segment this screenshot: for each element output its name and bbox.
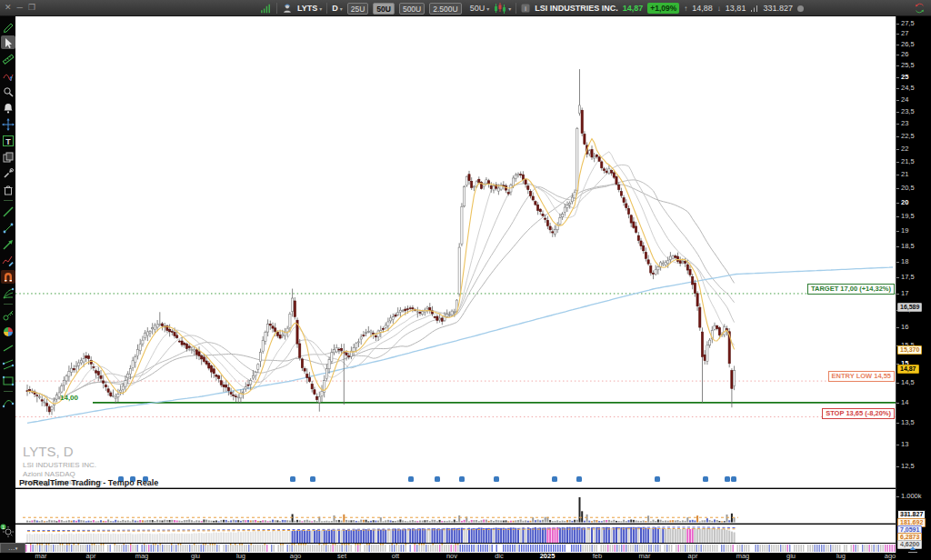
text-icon[interactable]: T: [1, 134, 15, 147]
price-tick-label: 14,5: [901, 379, 915, 386]
symbol-selector[interactable]: LYTS▾: [297, 4, 322, 13]
channel-icon[interactable]: [1, 357, 15, 371]
toolbar-separator: [276, 3, 277, 14]
price-tick-label: 12,5: [901, 463, 915, 470]
status-dot-icon: [797, 5, 804, 12]
indicators-icon[interactable]: f: [1, 68, 15, 82]
axis-tick: [896, 45, 899, 45]
news-event-icon[interactable]: [552, 476, 557, 482]
time-axis[interactable]: maraprmaggiulugagosetottnovdic2025febmar…: [0, 553, 931, 560]
month-label: feb: [593, 553, 602, 560]
month-label: mar: [35, 553, 47, 560]
news-event-icon[interactable]: [703, 476, 708, 482]
rectangle-icon[interactable]: [1, 374, 15, 387]
trash-icon[interactable]: [1, 183, 15, 196]
axis-tick: [896, 124, 899, 125]
axis-tick: [896, 262, 899, 263]
entry-level-label[interactable]: ENTRY LOW 14,55: [828, 371, 895, 382]
toolbar-separator: [516, 3, 516, 14]
axis-tick: [896, 34, 899, 35]
settings-icon[interactable]: [1, 166, 15, 180]
price-tick-label: 26: [901, 51, 908, 58]
svg-text:1: 1: [2, 525, 5, 530]
price-tick-label: 20,5: [901, 185, 915, 192]
curve-icon[interactable]: [1, 395, 15, 409]
zoom-preset-label: 50U: [470, 4, 486, 13]
news-event-icon[interactable]: [725, 476, 730, 482]
zoom-icon[interactable]: [1, 85, 15, 98]
month-label: dic: [495, 553, 504, 560]
units-button-2500u[interactable]: 2.500U: [429, 3, 461, 15]
volume-bars-icon[interactable]: [260, 3, 272, 15]
session-volume: 331.827: [763, 4, 793, 13]
day-high: 14,88: [692, 4, 713, 13]
axis-tick: [896, 496, 899, 497]
timeframe-label: D: [332, 4, 338, 13]
news-event-icon[interactable]: [408, 476, 414, 482]
panel-divider[interactable]: [15, 523, 896, 524]
units-button-25u[interactable]: 25U: [347, 3, 369, 15]
price-tick-label: 17: [901, 290, 908, 297]
chart-style-selector[interactable]: ▾: [494, 3, 511, 14]
fan-icon[interactable]: [1, 286, 15, 300]
ruler-icon[interactable]: [1, 52, 15, 65]
news-event-icon[interactable]: [435, 476, 440, 482]
price-tick-label: 26,5: [901, 41, 915, 48]
axis-tick: [896, 203, 899, 204]
close-icon[interactable]: ✕: [5, 2, 12, 14]
workspace-icon[interactable]: 1: [0, 524, 15, 538]
price-tick-label: 16: [901, 324, 908, 331]
price-tick-label: 23: [901, 120, 908, 127]
units-button-500u[interactable]: 500U: [399, 3, 425, 15]
duplicate-icon[interactable]: [1, 150, 15, 164]
chart-annotation-icon[interactable]: [1, 254, 15, 267]
segment-icon[interactable]: [1, 221, 15, 235]
target-level-label[interactable]: TARGET 17,00 (+14,32%): [807, 284, 895, 295]
move-icon[interactable]: [1, 117, 15, 131]
user-icon[interactable]: [282, 3, 293, 15]
cursor-icon[interactable]: [1, 35, 15, 49]
low-arrow-icon: ↓: [717, 5, 721, 13]
month-label: mag: [135, 553, 149, 560]
line-icon[interactable]: [1, 341, 15, 355]
month-label: set: [337, 553, 346, 560]
magnet-icon[interactable]: [1, 270, 15, 284]
trendline-icon[interactable]: [1, 205, 15, 218]
price-tick-label: 21,5: [901, 158, 915, 165]
restore-icon[interactable]: ❐: [28, 2, 35, 14]
key-icon[interactable]: [1, 308, 15, 322]
month-label: apr: [688, 553, 698, 560]
news-event-icon[interactable]: [310, 476, 315, 482]
support-level-label[interactable]: 14,00: [60, 394, 78, 402]
month-label: nov: [446, 553, 457, 560]
price-tick-label: 13: [901, 441, 908, 448]
news-event-icon[interactable]: [290, 476, 295, 482]
news-event-icon[interactable]: [576, 476, 582, 482]
price-badge: 15,370: [897, 345, 922, 355]
zoom-preset-selector[interactable]: 50U▾: [470, 4, 490, 13]
color-wheel-icon[interactable]: [1, 325, 15, 338]
news-event-icon[interactable]: [494, 476, 499, 482]
units-button-50u[interactable]: 50U: [373, 3, 395, 15]
stop-level-label[interactable]: STOP 13,65 (-8,20%): [822, 408, 895, 419]
news-event-icon[interactable]: [459, 476, 465, 482]
volume-panel[interactable]: [15, 489, 896, 523]
panel-divider[interactable]: [15, 487, 896, 488]
indicator-panel[interactable]: [15, 525, 896, 543]
alerts-bell-icon[interactable]: [1, 101, 15, 115]
pencil-icon[interactable]: [1, 19, 15, 33]
chart-navigator[interactable]: [25, 544, 896, 553]
price-tick-label: 22,5: [901, 133, 915, 140]
news-event-icon[interactable]: [655, 476, 660, 482]
month-label: mar: [639, 553, 651, 560]
refresh-icon[interactable]: [914, 3, 926, 14]
news-event-icon[interactable]: [731, 476, 736, 482]
volume-icon: [750, 5, 758, 13]
price-chart[interactable]: LYTS, D LSI INDUSTRIES INC. Azioni NASDA…: [15, 16, 896, 487]
minimize-icon[interactable]: ─: [17, 2, 23, 14]
price-axis[interactable]: 27,52726,52625,52524,52423,52322,52221,5…: [896, 16, 931, 560]
axis-tick: [896, 188, 899, 189]
arrow-icon[interactable]: [1, 237, 15, 251]
timeframe-selector[interactable]: D▾: [332, 4, 343, 13]
info-icon[interactable]: i: [521, 4, 530, 13]
